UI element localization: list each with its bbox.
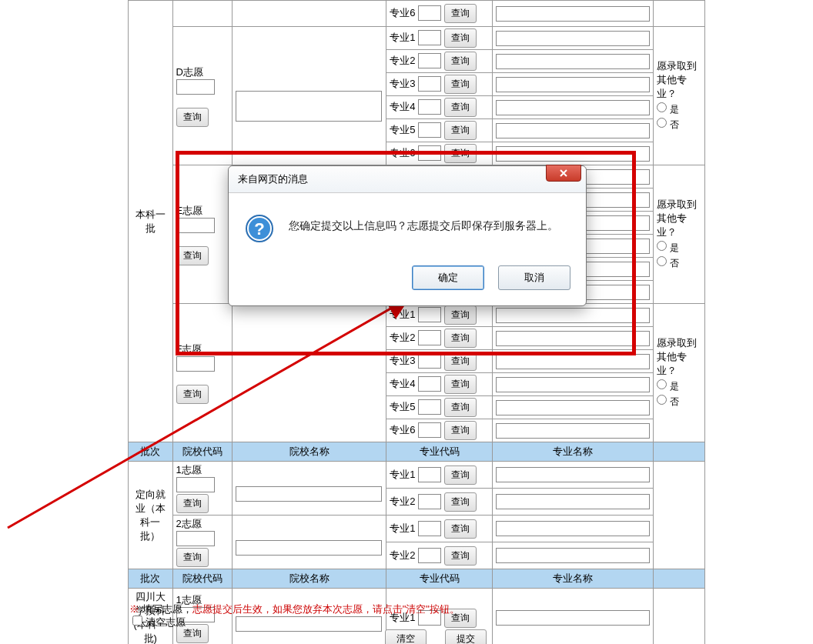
query-button[interactable]: 查询 [444,144,477,163]
dialog-close-button[interactable] [546,165,581,182]
school-name-input[interactable] [236,486,382,502]
query-button[interactable]: 查询 [176,385,209,404]
major-input[interactable] [418,330,441,345]
major-input[interactable] [418,307,441,322]
query-button[interactable]: 查询 [176,246,209,265]
batch-cell-benke1: 本科一批 [129,1,173,442]
school-code-input[interactable] [176,531,215,546]
wish-label-e: E志愿 [176,205,203,216]
query-button[interactable]: 查询 [176,548,209,567]
radio-no[interactable] [657,256,667,266]
major-input[interactable] [418,53,441,68]
major-input[interactable] [418,99,441,115]
header-row-sichuan: 批次 院校代码 院校名称 专业代码 专业名称 [129,569,705,589]
wish-label-d: D志愿 [176,66,203,78]
submit-button[interactable]: 提交 [445,629,487,644]
major-name-input[interactable] [496,6,650,22]
dialog-message: 您确定提交以上信息吗？志愿提交后即保存到服务器上。 [289,215,558,233]
dialog-titlebar: 来自网页的消息 [229,166,586,193]
school-name-input[interactable] [236,91,382,122]
radio-no[interactable] [657,395,667,405]
major-input[interactable] [418,145,441,161]
radio-yes[interactable] [657,102,667,112]
school-code-input[interactable] [176,218,215,233]
radio-no[interactable] [657,118,667,128]
major-input[interactable] [418,353,441,369]
query-button[interactable]: 查询 [444,98,477,117]
clear-button[interactable]: 清空 [385,629,427,644]
major-input-6[interactable] [418,5,441,21]
major-name-input[interactable] [496,77,650,92]
major-input[interactable] [418,548,441,563]
major-input[interactable] [418,494,441,509]
query-button[interactable]: 查询 [444,52,477,71]
major-name-input[interactable] [496,146,650,162]
wish-label-f: F志愿 [176,343,202,355]
close-icon [558,168,569,179]
major-input[interactable] [418,422,441,438]
radio-yes[interactable] [657,379,667,389]
major-name-input[interactable] [496,123,650,138]
major-input[interactable] [418,76,441,92]
query-button[interactable]: 查询 [444,75,477,94]
school-code-input[interactable] [176,356,215,372]
major-name-input[interactable] [496,308,650,323]
dialog-cancel-button[interactable]: 取消 [498,265,570,290]
query-button[interactable]: 查询 [444,121,477,140]
radio-yes[interactable] [657,241,667,251]
major-input[interactable] [418,30,441,45]
batch-cell-dingxiang: 定向就业（本科一批） [129,462,173,569]
clear-wish-label: 清空志愿 [146,616,186,628]
svg-text:?: ? [254,219,264,239]
major-input[interactable] [418,122,441,138]
confirm-dialog: 来自网页的消息 ? 您确定提交以上信息吗？志愿提交后即保存到服务器上。 确定 取… [228,165,587,306]
school-code-input[interactable] [176,477,215,492]
clear-wish-checkbox[interactable] [132,616,142,626]
query-button[interactable]: 查询 [444,28,477,48]
major-name-input[interactable] [496,31,650,46]
school-code-input[interactable] [176,79,215,95]
school-name-input[interactable] [236,540,382,556]
dialog-title-text: 来自网页的消息 [238,173,308,185]
question-icon: ? [246,215,273,242]
volunteer-form-table: 本科一批 专业6 查询 D志愿 查询 专业1 查询 愿录取到其他专业？ 是 否 … [128,0,705,644]
query-button[interactable]: 查询 [176,494,209,513]
major-input[interactable] [418,521,441,536]
footer-note: ※ 填写志愿，志愿提交后生效，如果您放弃本次志愿，请点击"清空"按钮。 [129,602,460,616]
major-name-input[interactable] [496,54,650,69]
header-row-dingxiang: 批次 院校代码 院校名称 专业代码 专业名称 [129,442,705,462]
major-input[interactable] [418,376,441,392]
major-input[interactable] [418,467,441,482]
major-name-input[interactable] [496,100,650,115]
query-button[interactable]: 查询 [444,4,477,23]
major-input[interactable] [418,399,441,415]
dialog-ok-button[interactable]: 确定 [412,265,484,290]
school-name-input[interactable] [236,616,382,632]
query-button[interactable]: 查询 [176,108,209,127]
